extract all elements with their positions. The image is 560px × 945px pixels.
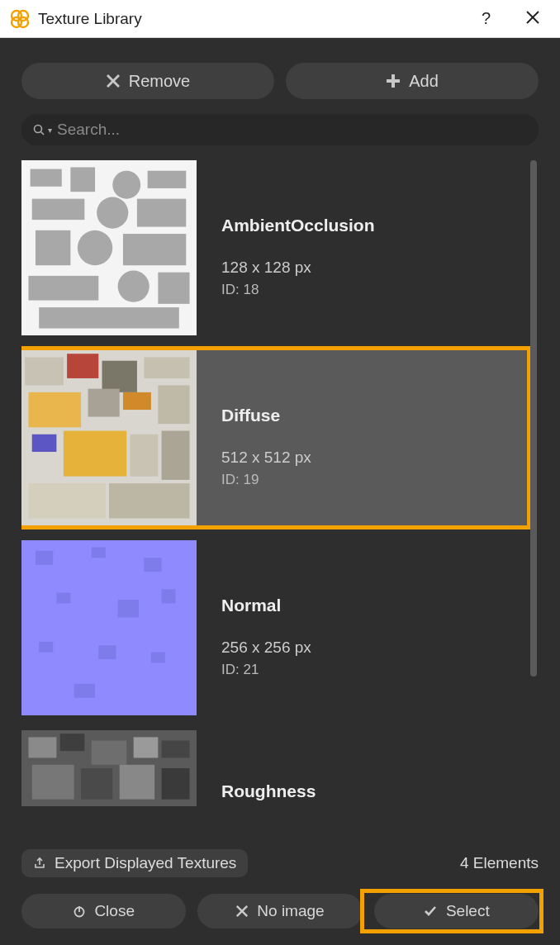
svg-rect-33 <box>158 385 189 424</box>
svg-rect-34 <box>32 435 57 452</box>
svg-rect-60 <box>162 768 190 800</box>
texture-dimensions: 256 x 256 px <box>221 639 527 657</box>
texture-item[interactable]: Diffuse 512 x 512 px ID: 19 <box>21 350 527 525</box>
texture-meta: Diffuse 512 x 512 px ID: 19 <box>197 350 527 525</box>
texture-dimensions: 128 x 128 px <box>221 259 527 277</box>
status-bar: Export Displayed Textures 4 Elements <box>21 849 539 877</box>
svg-rect-47 <box>39 642 53 653</box>
svg-rect-54 <box>92 741 126 765</box>
content-area: Remove Add ▾ <box>0 38 560 894</box>
svg-rect-52 <box>28 737 56 757</box>
window-title: Texture Library <box>38 10 458 28</box>
svg-rect-40 <box>21 540 197 715</box>
svg-rect-12 <box>70 167 95 192</box>
svg-rect-21 <box>28 276 98 301</box>
no-image-button-label: No image <box>257 902 324 920</box>
texture-list[interactable]: AmbientOcclusion 128 x 128 px ID: 18 <box>21 160 539 839</box>
texture-name: Roughness <box>221 781 527 801</box>
no-image-button[interactable]: No image <box>197 894 362 928</box>
svg-rect-53 <box>60 734 85 751</box>
bottom-action-bar: Close No image Select <box>0 894 560 945</box>
svg-rect-59 <box>120 765 154 800</box>
remove-button[interactable]: Remove <box>21 63 274 99</box>
texture-id: ID: 21 <box>221 662 527 678</box>
svg-rect-37 <box>162 431 190 480</box>
svg-rect-23 <box>158 273 189 304</box>
search-field[interactable]: ▾ <box>21 114 539 145</box>
svg-point-8 <box>35 126 42 133</box>
svg-rect-27 <box>67 354 98 378</box>
svg-rect-42 <box>92 547 106 558</box>
svg-rect-39 <box>109 483 190 518</box>
x-icon <box>106 74 121 88</box>
svg-point-3 <box>18 17 28 27</box>
svg-rect-18 <box>36 230 70 265</box>
app-logo-icon <box>10 9 30 29</box>
top-action-bar: Remove Add <box>21 63 539 99</box>
power-icon <box>73 905 86 918</box>
elements-count: 4 Elements <box>460 854 539 872</box>
search-input[interactable] <box>57 121 527 139</box>
svg-rect-24 <box>39 307 179 328</box>
select-button[interactable]: Select <box>374 894 539 928</box>
texture-name: AmbientOcclusion <box>221 216 527 235</box>
texture-item[interactable]: Roughness <box>21 730 527 806</box>
svg-rect-14 <box>148 171 187 188</box>
add-button-label: Add <box>409 72 439 91</box>
svg-rect-11 <box>31 169 62 187</box>
svg-point-16 <box>97 197 128 229</box>
svg-point-19 <box>78 230 112 265</box>
texture-list-container: AmbientOcclusion 128 x 128 px ID: 18 <box>21 160 539 839</box>
chevron-down-icon[interactable]: ▾ <box>48 126 52 135</box>
texture-item[interactable]: Normal 256 x 256 px ID: 21 <box>21 540 527 715</box>
svg-rect-48 <box>98 645 116 659</box>
texture-meta: Roughness <box>197 730 527 806</box>
close-button-label: Close <box>94 902 135 920</box>
texture-thumbnail <box>21 160 197 335</box>
scrollbar[interactable] <box>530 160 537 677</box>
svg-rect-30 <box>28 392 81 427</box>
svg-rect-50 <box>74 684 95 698</box>
svg-rect-55 <box>134 737 159 757</box>
svg-point-22 <box>118 271 149 302</box>
window-close-button[interactable] <box>514 8 552 30</box>
svg-point-13 <box>112 171 140 199</box>
texture-thumbnail <box>21 730 197 806</box>
svg-rect-38 <box>28 483 105 518</box>
texture-name: Diffuse <box>221 406 527 425</box>
svg-rect-36 <box>130 435 158 477</box>
svg-rect-57 <box>32 765 74 800</box>
title-bar: Texture Library ? <box>0 0 560 38</box>
svg-rect-17 <box>137 199 186 227</box>
texture-dimensions: 512 x 512 px <box>221 449 527 467</box>
export-button-label: Export Displayed Textures <box>55 854 236 872</box>
texture-item[interactable]: AmbientOcclusion 128 x 128 px ID: 18 <box>21 160 527 335</box>
remove-button-label: Remove <box>129 72 190 91</box>
texture-meta: AmbientOcclusion 128 x 128 px ID: 18 <box>197 160 527 335</box>
svg-rect-45 <box>118 600 139 617</box>
svg-rect-15 <box>32 199 85 220</box>
texture-thumbnail <box>21 350 197 525</box>
svg-rect-49 <box>151 653 165 663</box>
svg-rect-20 <box>123 234 186 265</box>
select-button-label: Select <box>446 902 490 920</box>
svg-rect-56 <box>162 741 190 758</box>
texture-thumbnail <box>21 540 197 715</box>
svg-line-9 <box>41 132 45 135</box>
search-icon <box>33 124 45 135</box>
svg-rect-32 <box>123 392 151 410</box>
texture-id: ID: 18 <box>221 282 527 298</box>
svg-rect-35 <box>64 431 126 477</box>
close-button[interactable]: Close <box>21 894 186 928</box>
add-button[interactable]: Add <box>286 63 539 99</box>
texture-id: ID: 19 <box>221 472 527 488</box>
svg-rect-44 <box>56 593 70 604</box>
export-button[interactable]: Export Displayed Textures <box>21 849 248 877</box>
x-icon <box>235 905 249 918</box>
help-button[interactable]: ? <box>458 9 514 28</box>
texture-meta: Normal 256 x 256 px ID: 21 <box>197 540 527 715</box>
svg-rect-26 <box>25 357 64 385</box>
plus-icon <box>386 74 401 88</box>
check-icon <box>423 904 438 919</box>
texture-name: Normal <box>221 596 527 615</box>
